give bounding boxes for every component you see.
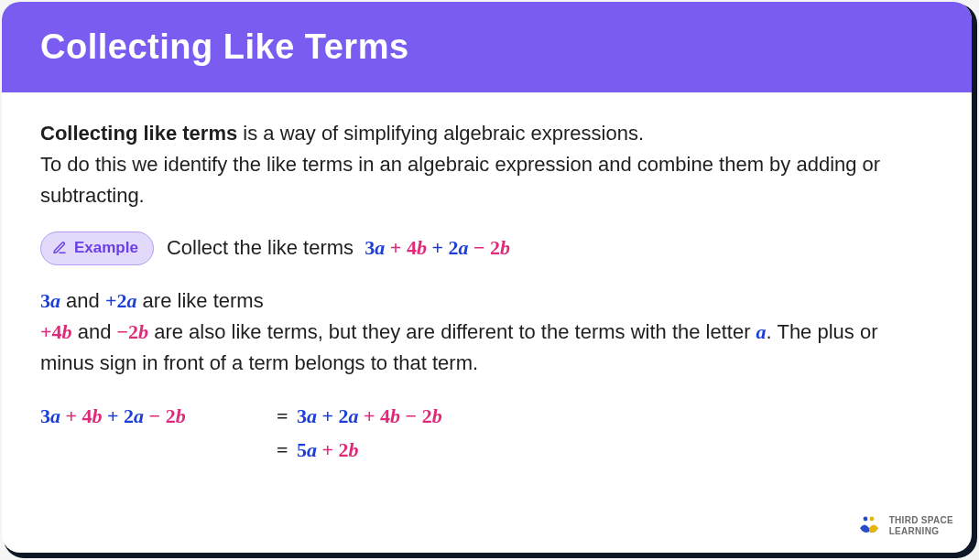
eq-var: b <box>349 438 359 461</box>
term-var: a <box>126 289 136 312</box>
term-var: a <box>50 289 60 312</box>
eq-var: b <box>390 404 400 427</box>
example-prompt: Collect the like terms <box>167 236 354 259</box>
eq-var: b <box>92 404 103 427</box>
eq-var: a <box>349 404 359 427</box>
term-coef: 3 <box>40 289 50 312</box>
eq-coef: 4 <box>82 404 92 427</box>
pencil-icon <box>52 241 67 255</box>
equation-row-1: 3a + 4b + 2a − 2b = 3a + 2a + 4b − 2b <box>40 399 933 433</box>
eq-var: b <box>432 404 442 427</box>
eq-coef: 5 <box>297 438 307 461</box>
expr-op: + <box>385 236 407 259</box>
explain-text: and <box>60 289 105 312</box>
example-text: Collect the like terms 3a + 4b + 2a − 2b <box>167 232 510 264</box>
eq-coef: 2 <box>166 404 176 427</box>
expr-var: b <box>417 236 427 259</box>
expr-coef: 2 <box>490 236 500 259</box>
example-row: Example Collect the like terms 3a + 4b +… <box>40 232 933 264</box>
eq-var: a <box>307 438 317 461</box>
brand-text: THIRD SPACE LEARNING <box>889 515 953 536</box>
term-coef: −2 <box>116 320 138 343</box>
card-header: Collecting Like Terms <box>2 2 972 92</box>
eq-op: + <box>359 404 381 427</box>
expr-coef: 3 <box>364 236 375 259</box>
expr-coef: 2 <box>448 236 458 259</box>
brand-icon <box>856 516 882 536</box>
equals-sign: = <box>277 399 297 433</box>
intro-text1: is a way of simplifying algebraic expres… <box>237 122 644 145</box>
expr-var: b <box>500 236 510 259</box>
expr-op: + <box>427 236 449 259</box>
eq-op: + <box>317 404 339 427</box>
eq-var: a <box>50 404 60 427</box>
equation-block: 3a + 4b + 2a − 2b = 3a + 2a + 4b − 2b = … <box>40 399 933 468</box>
eq-var: a <box>134 404 144 427</box>
svg-point-0 <box>863 516 867 521</box>
eq-coef: 2 <box>422 404 432 427</box>
term-var: a <box>756 320 767 343</box>
term-var: b <box>138 320 148 343</box>
equation-row-2: = 5a + 2b <box>40 433 933 467</box>
intro-text2: To do this we identify the like terms in… <box>40 153 880 207</box>
brand-line1: THIRD SPACE <box>889 515 953 526</box>
eq-coef: 3 <box>40 404 50 427</box>
eq-op: + <box>103 404 125 427</box>
equation-lhs-blank <box>40 433 277 467</box>
expr-op: − <box>468 236 490 259</box>
eq-coef: 2 <box>339 438 349 461</box>
explain-text: are also like terms, but they are differ… <box>148 320 756 343</box>
example-badge: Example <box>40 232 154 264</box>
equation-lhs: 3a + 4b + 2a − 2b <box>40 399 277 433</box>
eq-coef: 4 <box>380 404 390 427</box>
eq-coef: 2 <box>124 404 134 427</box>
expr-coef: 4 <box>407 236 417 259</box>
card-body: Collecting like terms is a way of simpli… <box>2 92 972 493</box>
eq-op: − <box>144 404 166 427</box>
lesson-card: Collecting Like Terms Collecting like te… <box>2 2 972 553</box>
card-title: Collecting Like Terms <box>40 27 409 66</box>
term-coef: +2 <box>105 289 127 312</box>
brand-line2: LEARNING <box>889 526 953 537</box>
eq-var: b <box>176 404 186 427</box>
eq-coef: 2 <box>339 404 349 427</box>
term-coef: +4 <box>40 320 62 343</box>
explain-text: are like terms <box>136 289 263 312</box>
explanation: 3a and +2a are like terms +4b and −2b ar… <box>40 285 933 379</box>
explain-text: and <box>72 320 117 343</box>
intro-bold: Collecting like terms <box>40 122 237 145</box>
brand-logo: THIRD SPACE LEARNING <box>856 515 953 536</box>
eq-coef: 3 <box>297 404 307 427</box>
eq-var: a <box>307 404 317 427</box>
intro-text: Collecting like terms is a way of simpli… <box>40 118 933 211</box>
expr-var: a <box>375 236 385 259</box>
eq-op: + <box>60 404 82 427</box>
eq-op: + <box>317 438 339 461</box>
equation-rhs-2: 5a + 2b <box>297 433 359 467</box>
equation-rhs-1: 3a + 2a + 4b − 2b <box>297 399 442 433</box>
expr-var: a <box>458 236 468 259</box>
svg-point-1 <box>869 516 874 521</box>
equals-sign: = <box>277 433 297 467</box>
example-expression: 3a + 4b + 2a − 2b <box>364 236 510 259</box>
term-var: b <box>62 320 72 343</box>
example-badge-label: Example <box>74 236 138 260</box>
eq-op: − <box>400 404 422 427</box>
